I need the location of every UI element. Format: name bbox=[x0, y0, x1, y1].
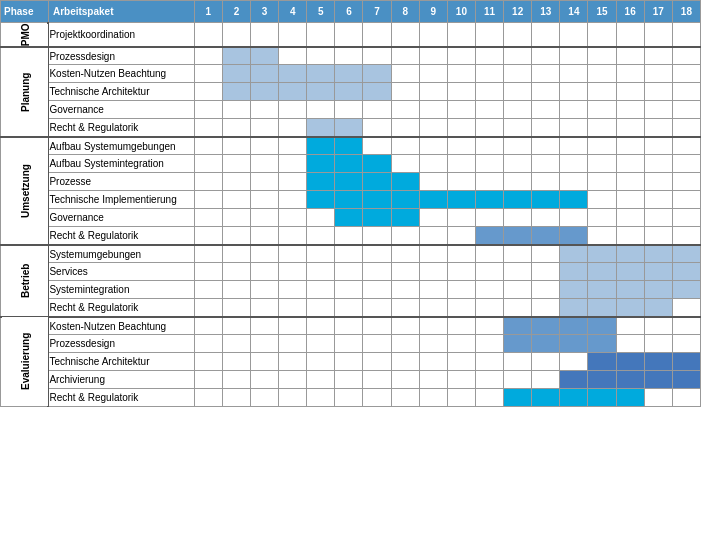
week-cell-w18 bbox=[672, 155, 700, 173]
week-cell-w10 bbox=[447, 209, 475, 227]
week-cell-w9 bbox=[419, 245, 447, 263]
week-cell-w11 bbox=[475, 389, 503, 407]
task-label: Services bbox=[48, 263, 194, 281]
week-cell-w6 bbox=[335, 209, 363, 227]
week-cell-w14 bbox=[560, 173, 588, 191]
week-cell-w11 bbox=[475, 173, 503, 191]
week-cell-w16 bbox=[616, 23, 644, 47]
week-cell-w16 bbox=[616, 263, 644, 281]
week-cell-w6 bbox=[335, 317, 363, 335]
week-12-header: 12 bbox=[504, 1, 532, 23]
week-cell-w5 bbox=[307, 371, 335, 389]
week-cell-w9 bbox=[419, 47, 447, 65]
week-cell-w8 bbox=[391, 299, 419, 317]
week-cell-w13 bbox=[532, 335, 560, 353]
week-cell-w4 bbox=[279, 65, 307, 83]
week-cell-w12 bbox=[504, 389, 532, 407]
week-cell-w9 bbox=[419, 23, 447, 47]
task-label: Governance bbox=[48, 209, 194, 227]
week-cell-w1 bbox=[194, 245, 222, 263]
week-cell-w11 bbox=[475, 83, 503, 101]
week-cell-w5 bbox=[307, 173, 335, 191]
week-cell-w14 bbox=[560, 263, 588, 281]
week-14-header: 14 bbox=[560, 1, 588, 23]
week-17-header: 17 bbox=[644, 1, 672, 23]
table-row: Technische Implementierung bbox=[1, 191, 701, 209]
week-cell-w13 bbox=[532, 317, 560, 335]
week-cell-w10 bbox=[447, 263, 475, 281]
week-cell-w13 bbox=[532, 23, 560, 47]
week-cell-w10 bbox=[447, 389, 475, 407]
week-cell-w5 bbox=[307, 209, 335, 227]
week-cell-w3 bbox=[250, 65, 278, 83]
week-cell-w10 bbox=[447, 335, 475, 353]
week-cell-w2 bbox=[222, 353, 250, 371]
week-cell-w9 bbox=[419, 389, 447, 407]
week-cell-w11 bbox=[475, 209, 503, 227]
week-cell-w10 bbox=[447, 191, 475, 209]
week-cell-w11 bbox=[475, 281, 503, 299]
week-cell-w1 bbox=[194, 263, 222, 281]
task-label: Kosten-Nutzen Beachtung bbox=[48, 65, 194, 83]
week-cell-w13 bbox=[532, 191, 560, 209]
week-cell-w2 bbox=[222, 65, 250, 83]
gantt-chart: Phase Arbeitspaket 1 2 3 4 5 6 7 8 9 10 … bbox=[0, 0, 701, 407]
week-cell-w9 bbox=[419, 317, 447, 335]
week-cell-w2 bbox=[222, 137, 250, 155]
week-8-header: 8 bbox=[391, 1, 419, 23]
week-cell-w14 bbox=[560, 191, 588, 209]
week-cell-w11 bbox=[475, 371, 503, 389]
week-cell-w2 bbox=[222, 23, 250, 47]
week-cell-w10 bbox=[447, 353, 475, 371]
week-cell-w8 bbox=[391, 353, 419, 371]
week-cell-w3 bbox=[250, 119, 278, 137]
week-cell-w9 bbox=[419, 173, 447, 191]
week-cell-w3 bbox=[250, 299, 278, 317]
task-label: Kosten-Nutzen Beachtung bbox=[48, 317, 194, 335]
week-cell-w7 bbox=[363, 209, 391, 227]
week-13-header: 13 bbox=[532, 1, 560, 23]
week-cell-w14 bbox=[560, 227, 588, 245]
table-row: Archivierung bbox=[1, 371, 701, 389]
week-cell-w1 bbox=[194, 83, 222, 101]
header-row: Phase Arbeitspaket 1 2 3 4 5 6 7 8 9 10 … bbox=[1, 1, 701, 23]
week-cell-w4 bbox=[279, 83, 307, 101]
week-cell-w15 bbox=[588, 371, 616, 389]
week-cell-w4 bbox=[279, 227, 307, 245]
week-cell-w8 bbox=[391, 101, 419, 119]
week-cell-w5 bbox=[307, 335, 335, 353]
week-9-header: 9 bbox=[419, 1, 447, 23]
week-cell-w17 bbox=[644, 371, 672, 389]
table-row: BetriebSystemumgebungen bbox=[1, 245, 701, 263]
week-cell-w7 bbox=[363, 299, 391, 317]
week-cell-w10 bbox=[447, 173, 475, 191]
table-row: EvaluierungKosten-Nutzen Beachtung bbox=[1, 317, 701, 335]
table-row: Prozesse bbox=[1, 173, 701, 191]
table-row: Kosten-Nutzen Beachtung bbox=[1, 65, 701, 83]
week-cell-w8 bbox=[391, 137, 419, 155]
week-cell-w8 bbox=[391, 155, 419, 173]
table-row: Governance bbox=[1, 209, 701, 227]
week-cell-w7 bbox=[363, 23, 391, 47]
week-cell-w8 bbox=[391, 65, 419, 83]
week-cell-w7 bbox=[363, 335, 391, 353]
table-row: PlanungProzessdesign bbox=[1, 47, 701, 65]
week-cell-w18 bbox=[672, 263, 700, 281]
week-cell-w10 bbox=[447, 245, 475, 263]
week-cell-w5 bbox=[307, 191, 335, 209]
table-row: Technische Architektur bbox=[1, 83, 701, 101]
week-cell-w11 bbox=[475, 47, 503, 65]
week-cell-w17 bbox=[644, 83, 672, 101]
week-cell-w5 bbox=[307, 155, 335, 173]
week-cell-w7 bbox=[363, 245, 391, 263]
week-cell-w18 bbox=[672, 191, 700, 209]
week-cell-w3 bbox=[250, 155, 278, 173]
week-cell-w18 bbox=[672, 101, 700, 119]
week-cell-w5 bbox=[307, 65, 335, 83]
week-cell-w4 bbox=[279, 173, 307, 191]
week-cell-w4 bbox=[279, 335, 307, 353]
week-cell-w13 bbox=[532, 155, 560, 173]
week-cell-w10 bbox=[447, 371, 475, 389]
gantt-body: PMOProjektkoordinationPlanungProzessdesi… bbox=[1, 23, 701, 407]
week-cell-w11 bbox=[475, 227, 503, 245]
